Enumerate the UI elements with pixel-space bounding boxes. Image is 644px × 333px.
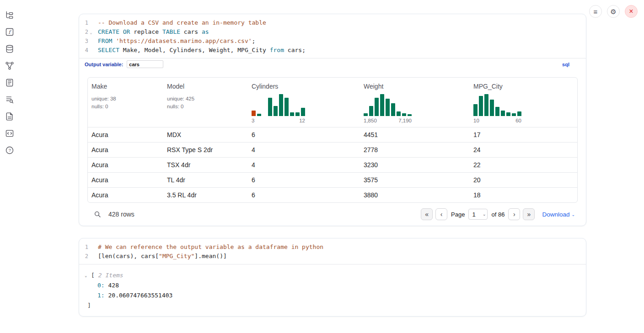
table-row[interactable]: AcuraMDX6445117: [88, 127, 577, 142]
histogram-bar[interactable]: [295, 112, 300, 116]
table-cell: 3880: [360, 188, 470, 202]
column-histogram[interactable]: 1,8507,190: [364, 94, 412, 123]
collapse-icon[interactable]: ⌄: [85, 270, 90, 280]
histogram-range-labels: 1060: [473, 118, 521, 123]
histogram-bar[interactable]: [279, 94, 283, 116]
code-line[interactable]: 1# We can reference the output variable …: [79, 243, 586, 252]
row-count: 428 rows: [108, 211, 134, 218]
table-cell: 4451: [360, 127, 470, 142]
code-line[interactable]: 4SELECT Make, Model, Cylinders, Weight, …: [79, 46, 586, 55]
histogram-bar[interactable]: [501, 111, 505, 116]
table-cell: Acura: [88, 127, 163, 142]
gutter: [88, 37, 94, 46]
histogram-bar[interactable]: [380, 94, 384, 116]
column-histogram[interactable]: 312: [252, 94, 305, 123]
histogram-bar[interactable]: [517, 111, 521, 116]
column-name: MPG_City: [473, 82, 574, 90]
column-header[interactable]: Cylinders312: [248, 78, 360, 127]
items-count-label: 2 Items: [98, 270, 123, 280]
gutter: [88, 46, 94, 55]
next-page-button[interactable]: ›: [508, 208, 520, 220]
histogram-bar[interactable]: [490, 100, 494, 116]
scratchpad-icon[interactable]: [5, 78, 15, 88]
output-entries: 0: 4281: 20.060747663551403: [87, 280, 586, 301]
table-row[interactable]: AcuraTSX 4dr4323022: [88, 157, 577, 172]
output-variable-row: Output variable: sql: [79, 58, 586, 71]
table-cell: 6: [248, 127, 360, 142]
histogram-bar[interactable]: [301, 108, 305, 116]
histogram-bar[interactable]: [257, 114, 261, 116]
column-header[interactable]: Modelunique: 425nulls: 0: [163, 78, 248, 127]
code-line[interactable]: 1-- Download a CSV and create an in-memo…: [79, 18, 586, 27]
histogram-bar[interactable]: [268, 98, 272, 116]
settings-button[interactable]: ⚙: [607, 5, 620, 18]
table-row[interactable]: Acura3.5 RL 4dr6388018: [88, 187, 577, 202]
table-footer: 428 rows « ‹ Page 1 ⌄ of 86 › » Download…: [87, 203, 578, 226]
snippets-icon[interactable]: [5, 128, 15, 138]
line-number: 3: [79, 37, 88, 46]
table-cell: MDX: [163, 127, 248, 142]
sql-code-editor[interactable]: 1-- Download a CSV and create an in-memo…: [79, 14, 586, 58]
histogram-bar[interactable]: [364, 113, 368, 116]
histogram-bar[interactable]: [473, 104, 478, 116]
double-chevron-right-icon: »: [527, 211, 531, 217]
help-icon[interactable]: ?: [5, 145, 15, 155]
double-chevron-left-icon: «: [425, 211, 429, 217]
shutdown-button[interactable]: ×: [625, 5, 638, 18]
table-cell: TSX 4dr: [163, 158, 248, 172]
table-cell: Acura: [88, 143, 163, 157]
last-page-button[interactable]: »: [523, 208, 535, 220]
language-badge: sql: [562, 62, 569, 67]
histogram-bar[interactable]: [386, 99, 390, 116]
chevron-right-icon: ›: [513, 211, 515, 217]
column-name: Weight: [364, 82, 466, 90]
table-header: Makeunique: 38nulls: 0Modelunique: 425nu…: [88, 78, 577, 127]
histogram-bar[interactable]: [484, 94, 488, 116]
histogram-bar[interactable]: [375, 98, 379, 116]
search-icon[interactable]: [94, 211, 101, 218]
code-line[interactable]: 2⌄CREATE OR replace TABLE cars as: [79, 27, 586, 37]
histogram-bar[interactable]: [369, 106, 373, 116]
histogram-bar[interactable]: [252, 111, 256, 116]
histogram-bar[interactable]: [512, 113, 516, 116]
python-code-editor[interactable]: 1# We can reference the output variable …: [79, 238, 586, 264]
histogram-bar[interactable]: [408, 114, 412, 116]
table-cell: 2778: [360, 143, 470, 157]
line-number: 2: [79, 252, 88, 261]
table-cell: Acura: [88, 173, 163, 187]
database-icon[interactable]: [5, 44, 15, 54]
documentation-icon[interactable]: [5, 111, 15, 122]
histogram-bar[interactable]: [506, 112, 510, 116]
code-line[interactable]: 2[len(cars), cars["MPG_City"].mean()]: [79, 252, 586, 261]
histogram-bar[interactable]: [397, 111, 401, 116]
histogram-bar[interactable]: [495, 107, 499, 116]
histogram-bar[interactable]: [479, 96, 483, 116]
first-page-button[interactable]: «: [421, 208, 433, 220]
column-histogram[interactable]: 1060: [473, 94, 521, 123]
download-button[interactable]: Download ⌄: [542, 211, 575, 218]
menu-button[interactable]: ≡: [589, 5, 602, 18]
column-header[interactable]: Weight1,8507,190: [360, 78, 470, 127]
output-variable-input[interactable]: [127, 60, 163, 68]
prev-page-button[interactable]: ‹: [435, 208, 447, 220]
table-row[interactable]: AcuraTL 4dr6357520: [88, 172, 577, 187]
gutter: [88, 243, 94, 252]
fold-icon[interactable]: ⌄: [88, 27, 94, 37]
histogram-bar[interactable]: [391, 103, 395, 116]
column-header[interactable]: Makeunique: 38nulls: 0: [88, 78, 163, 127]
column-header[interactable]: MPG_City1060: [470, 78, 577, 127]
histogram-bar[interactable]: [274, 106, 278, 116]
gutter: [88, 18, 94, 27]
logs-icon[interactable]: [5, 95, 15, 105]
function-icon[interactable]: f: [5, 27, 15, 37]
histogram-bar[interactable]: [402, 113, 406, 116]
histogram-bar[interactable]: [290, 112, 294, 116]
line-number: 1: [79, 18, 88, 27]
table-row[interactable]: AcuraRSX Type S 2dr4277824: [88, 142, 577, 157]
page-select[interactable]: 1: [468, 209, 488, 220]
file-tree-icon[interactable]: [5, 10, 15, 20]
hamburger-icon: ≡: [594, 8, 598, 15]
histogram-bar[interactable]: [284, 98, 289, 116]
code-line[interactable]: 3FROM 'https://datasets.marimo.app/cars.…: [79, 37, 586, 46]
dependency-graph-icon[interactable]: [5, 61, 15, 71]
